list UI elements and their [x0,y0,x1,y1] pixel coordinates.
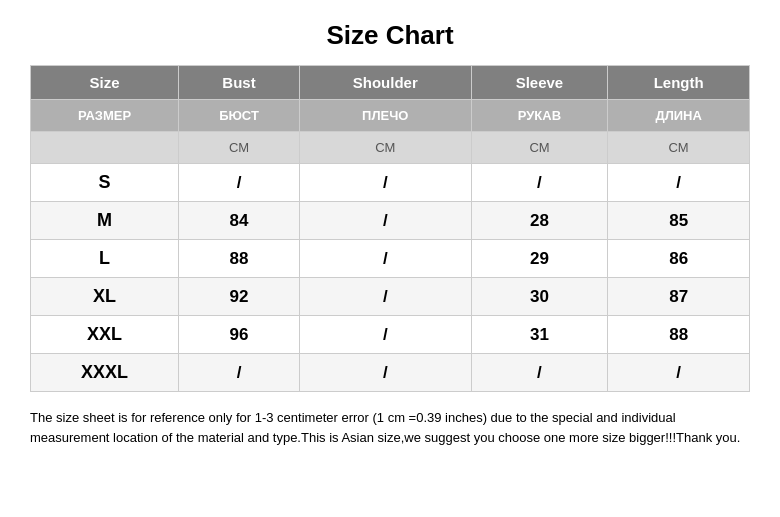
table-row: M84/2885 [31,202,750,240]
col-sleeve-subheader: РУКАВ [471,100,608,132]
page-title: Size Chart [30,20,750,51]
cell-r1-c0: M [31,202,179,240]
table-row: XL92/3087 [31,278,750,316]
cell-r2-c0: L [31,240,179,278]
col-bust-unit: СМ [179,132,300,164]
cell-r5-c1: / [179,354,300,392]
cell-r3-c1: 92 [179,278,300,316]
header-row-3: СМ СМ СМ СМ [31,132,750,164]
cell-r5-c3: / [471,354,608,392]
col-size-subheader: РАЗМЕР [31,100,179,132]
cell-r0-c3: / [471,164,608,202]
cell-r2-c3: 29 [471,240,608,278]
cell-r4-c3: 31 [471,316,608,354]
col-size-unit [31,132,179,164]
col-shoulder-subheader: ПЛЕЧО [299,100,471,132]
col-sleeve-unit: СМ [471,132,608,164]
cell-r1-c4: 85 [608,202,750,240]
cell-r5-c2: / [299,354,471,392]
cell-r0-c2: / [299,164,471,202]
cell-r1-c3: 28 [471,202,608,240]
col-length-header: Length [608,66,750,100]
cell-r1-c2: / [299,202,471,240]
header-row-1: Size Bust Shoulder Sleeve Length [31,66,750,100]
cell-r0-c1: / [179,164,300,202]
cell-r5-c0: XXXL [31,354,179,392]
page-container: Size Chart Size Bust Shoulder Sleeve Len… [30,20,750,447]
col-shoulder-unit: СМ [299,132,471,164]
size-chart-table: Size Bust Shoulder Sleeve Length РАЗМЕР … [30,65,750,392]
cell-r4-c0: XXL [31,316,179,354]
cell-r3-c3: 30 [471,278,608,316]
table-body: S////M84/2885L88/2986XL92/3087XXL96/3188… [31,164,750,392]
cell-r3-c0: XL [31,278,179,316]
col-length-subheader: ДЛИНА [608,100,750,132]
col-length-unit: СМ [608,132,750,164]
header-row-2: РАЗМЕР БЮСТ ПЛЕЧО РУКАВ ДЛИНА [31,100,750,132]
table-row: XXXL//// [31,354,750,392]
cell-r5-c4: / [608,354,750,392]
cell-r4-c4: 88 [608,316,750,354]
cell-r2-c2: / [299,240,471,278]
col-shoulder-header: Shoulder [299,66,471,100]
col-bust-header: Bust [179,66,300,100]
table-row: XXL96/3188 [31,316,750,354]
cell-r3-c4: 87 [608,278,750,316]
cell-r0-c4: / [608,164,750,202]
cell-r0-c0: S [31,164,179,202]
col-sleeve-header: Sleeve [471,66,608,100]
cell-r1-c1: 84 [179,202,300,240]
cell-r3-c2: / [299,278,471,316]
footnote-text: The size sheet is for reference only for… [30,408,750,447]
cell-r2-c1: 88 [179,240,300,278]
table-row: L88/2986 [31,240,750,278]
cell-r4-c2: / [299,316,471,354]
table-row: S//// [31,164,750,202]
col-bust-subheader: БЮСТ [179,100,300,132]
cell-r4-c1: 96 [179,316,300,354]
col-size-header: Size [31,66,179,100]
cell-r2-c4: 86 [608,240,750,278]
